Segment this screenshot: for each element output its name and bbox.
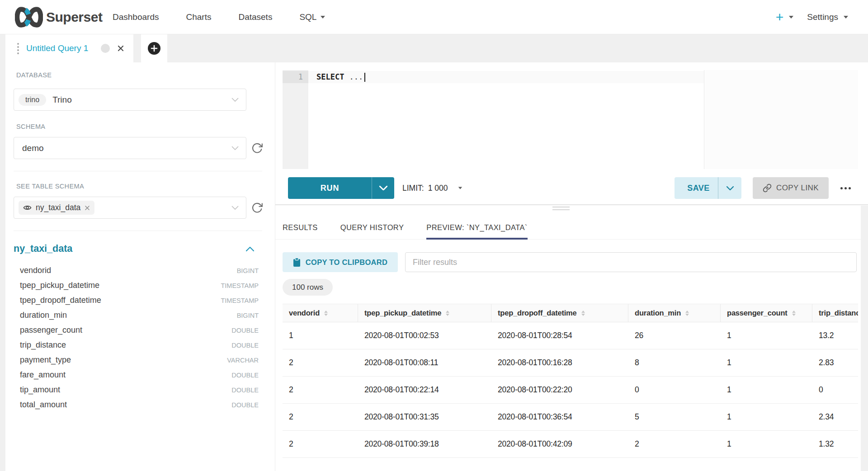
- results-tab-1[interactable]: QUERY HISTORY: [340, 216, 404, 240]
- grid-header-trip_distance[interactable]: trip_distance: [812, 304, 858, 322]
- splitter-grip[interactable]: [552, 209, 570, 210]
- grid-header-tpep_dropoff_datetime[interactable]: tpep_dropoff_datetime: [491, 304, 628, 322]
- superset-logo-icon[interactable]: [15, 7, 43, 29]
- grid-row: 22020-08-01T00:31:352020-08-01T00:36:545…: [283, 404, 858, 431]
- nav-item-dashboards[interactable]: Dashboards: [99, 0, 172, 34]
- filter-results-input[interactable]: [405, 252, 857, 272]
- tab-title[interactable]: Untitled Query 1: [26, 43, 88, 53]
- schema-column-row[interactable]: tpep_dropoff_datetimeTIMESTAMP: [14, 293, 262, 308]
- column-name: total_amount: [20, 400, 67, 410]
- remove-table-icon[interactable]: [85, 205, 90, 211]
- copy-to-clipboard-button[interactable]: COPY TO CLIPBOARD: [283, 252, 398, 272]
- results-tab-active[interactable]: PREVIEW: `NY_TAXI_DATA`: [426, 216, 527, 240]
- results-grid-header: vendoridtpep_pickup_datetimetpep_dropoff…: [283, 304, 858, 322]
- save-query-button[interactable]: SAVE: [675, 177, 741, 199]
- limit-dropdown[interactable]: LIMIT: 1 000: [402, 177, 462, 199]
- grid-cell: 2020-08-01T00:02:53: [358, 322, 491, 349]
- schema-column-row[interactable]: duration_minBIGINT: [14, 308, 262, 323]
- sql-editor[interactable]: 1 SELECT...: [283, 70, 858, 169]
- copy-to-clipboard-label: COPY TO CLIPBOARD: [306, 258, 387, 267]
- grid-cell: 1: [283, 322, 358, 349]
- schema-column-row[interactable]: vendoridBIGINT: [14, 263, 262, 278]
- more-actions-ellipsis[interactable]: [835, 177, 855, 199]
- grid-header-passenger_count[interactable]: passenger_count: [721, 304, 812, 322]
- new-item-caret-icon[interactable]: [789, 16, 793, 19]
- sort-arrows-icon[interactable]: [685, 311, 689, 316]
- nav-item-datasets[interactable]: Datasets: [225, 0, 286, 34]
- column-type: DOUBLE: [231, 386, 259, 394]
- sort-arrows-icon[interactable]: [581, 311, 585, 316]
- selected-table-tag[interactable]: ny_taxi_data: [19, 201, 94, 215]
- schema-column-row[interactable]: passenger_countDOUBLE: [14, 323, 262, 338]
- schema-column-row[interactable]: tpep_pickup_datetimeTIMESTAMP: [14, 278, 262, 293]
- column-name: payment_type: [20, 355, 71, 365]
- eye-icon: [23, 205, 32, 211]
- grid-cell: 2020-08-01T00:22:20: [491, 377, 628, 403]
- table-select[interactable]: ny_taxi_data: [14, 197, 246, 219]
- run-options-caret[interactable]: [372, 177, 394, 199]
- query-tab[interactable]: Untitled Query 1: [5, 34, 133, 62]
- grid-header-duration_min[interactable]: duration_min: [628, 304, 721, 322]
- schema-column-row[interactable]: fare_amountDOUBLE: [14, 367, 262, 382]
- editor-code-line[interactable]: SELECT...: [316, 71, 365, 83]
- editor-print-margin-shade: [704, 70, 858, 169]
- settings-menu[interactable]: Settings: [807, 12, 838, 22]
- nav-item-charts[interactable]: Charts: [172, 0, 225, 34]
- results-scrollbar-track[interactable]: [861, 206, 868, 471]
- schema-column-row[interactable]: payment_typeVARCHAR: [14, 353, 262, 367]
- save-button-label[interactable]: SAVE: [675, 177, 718, 199]
- refresh-tables-icon[interactable]: [251, 202, 263, 214]
- grid-row: 12020-08-01T00:02:532020-08-01T00:28:542…: [283, 322, 858, 349]
- save-options-caret[interactable]: [718, 177, 741, 199]
- tab-close-icon[interactable]: [117, 45, 124, 52]
- sql-code-rest: ...: [349, 72, 363, 81]
- grid-cell: 1.32: [812, 431, 858, 457]
- panel-splitter[interactable]: [275, 204, 868, 205]
- nav-item-label: Charts: [186, 0, 211, 34]
- schema-column-row[interactable]: total_amountDOUBLE: [14, 397, 262, 412]
- grid-cell: 2: [283, 349, 358, 376]
- refresh-schemas-icon[interactable]: [251, 142, 263, 154]
- grid-header-tpep_pickup_datetime[interactable]: tpep_pickup_datetime: [358, 304, 491, 322]
- editor-caret: [364, 73, 365, 82]
- table-schema-title[interactable]: ny_taxi_data: [14, 243, 72, 254]
- column-name: vendorid: [20, 266, 51, 275]
- schema-select[interactable]: demo: [14, 137, 246, 159]
- column-type: BIGINT: [237, 312, 259, 319]
- grid-cell: 1: [721, 349, 812, 376]
- run-query-button[interactable]: RUN: [288, 177, 394, 199]
- grid-cell: 2020-08-01T00:28:54: [491, 322, 628, 349]
- copy-link-button[interactable]: COPY LINK: [753, 177, 829, 199]
- copy-link-label: COPY LINK: [776, 184, 819, 193]
- grid-cell: 2020-08-01T00:39:18: [358, 431, 491, 457]
- sidebar-divider: [14, 171, 262, 171]
- grid-cell: 2: [283, 377, 358, 403]
- splitter-grip[interactable]: [552, 207, 570, 207]
- query-tabstrip: Untitled Query 1: [0, 34, 868, 62]
- sort-arrows-icon[interactable]: [792, 311, 796, 316]
- grid-cell: 2020-08-01T00:16:28: [491, 349, 628, 376]
- tab-drag-handle-icon[interactable]: [16, 42, 20, 54]
- schema-column-row[interactable]: trip_distanceDOUBLE: [14, 338, 262, 353]
- sort-arrows-icon[interactable]: [324, 311, 328, 316]
- sort-arrows-icon[interactable]: [446, 311, 449, 316]
- grid-cell: 2: [283, 431, 358, 457]
- results-tab-0[interactable]: RESULTS: [283, 216, 318, 240]
- new-query-tab-button[interactable]: [141, 34, 167, 62]
- column-name: trip_distance: [20, 340, 66, 350]
- grid-cell: 0: [812, 377, 858, 403]
- schema-column-row[interactable]: tip_amountDOUBLE: [14, 382, 262, 397]
- database-select[interactable]: trino Trino: [14, 89, 246, 111]
- database-label: DATABASE: [16, 71, 52, 79]
- collapse-table-chevron-up-icon[interactable]: [246, 247, 254, 251]
- grid-cell: 2: [628, 431, 721, 457]
- settings-caret-icon[interactable]: [844, 16, 848, 19]
- new-item-button[interactable]: +: [776, 0, 784, 34]
- limit-caret-icon: [458, 187, 462, 189]
- grid-header-label: tpep_dropoff_datetime: [498, 309, 577, 317]
- tab-unsaved-indicator: [101, 44, 110, 53]
- nav-item-sql[interactable]: SQL: [286, 0, 339, 34]
- run-button-label[interactable]: RUN: [288, 177, 372, 199]
- column-type: DOUBLE: [231, 342, 259, 349]
- grid-header-vendorid[interactable]: vendorid: [283, 304, 358, 322]
